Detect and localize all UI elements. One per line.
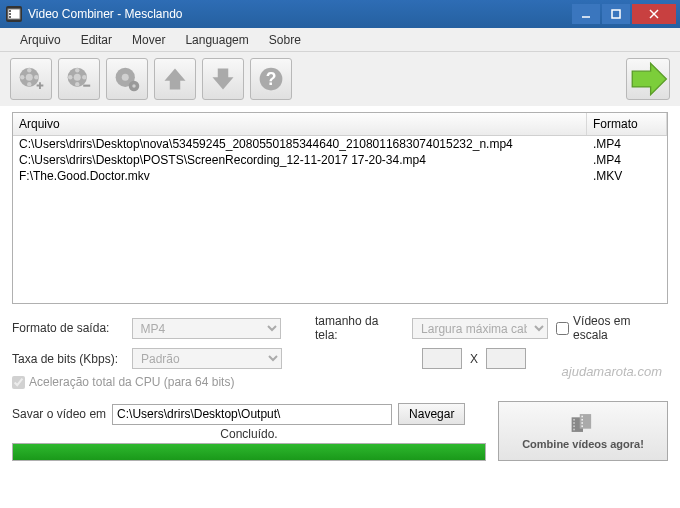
output-format-select[interactable]: MP4 <box>132 318 281 339</box>
film-gear-icon <box>113 65 141 93</box>
menu-sobre[interactable]: Sobre <box>259 30 311 50</box>
file-list[interactable]: Arquivo Formato C:\Users\drirs\Desktop\n… <box>12 112 668 304</box>
output-format-label: Formato de saída: <box>12 321 124 335</box>
menubar: Arquivo Editar Mover Languagem Sobre <box>0 28 680 52</box>
menu-arquivo[interactable]: Arquivo <box>10 30 71 50</box>
move-up-button[interactable] <box>154 58 196 100</box>
screen-size-label: tamanho da tela: <box>315 314 404 342</box>
watermark: ajudamarota.com <box>562 364 662 379</box>
film-remove-icon <box>65 65 93 93</box>
file-path: C:\Users\drirs\Desktop\POSTS\ScreenRecor… <box>13 152 587 168</box>
svg-rect-1 <box>9 10 11 12</box>
close-button[interactable] <box>632 4 676 24</box>
screen-size-select[interactable]: Largura máxima cabida <box>412 318 548 339</box>
menu-languagem[interactable]: Languagem <box>175 30 258 50</box>
file-list-header: Arquivo Formato <box>13 113 667 136</box>
progress-fill <box>13 444 485 460</box>
svg-rect-5 <box>612 10 620 18</box>
remove-file-button[interactable] <box>58 58 100 100</box>
titlebar: Video Combiner - Mesclando <box>0 0 680 28</box>
go-button[interactable] <box>626 58 670 100</box>
file-path: F:\The.Good.Doctor.mkv <box>13 168 587 184</box>
move-down-button[interactable] <box>202 58 244 100</box>
minimize-button[interactable] <box>572 4 600 24</box>
svg-point-9 <box>26 74 33 81</box>
list-item[interactable]: C:\Users\drirs\Desktop\nova\53459245_208… <box>13 136 667 152</box>
combine-button-label: Combine vídeos agora! <box>522 438 644 450</box>
svg-rect-2 <box>9 13 11 15</box>
bitrate-label: Taxa de bits (Kbps): <box>12 352 124 366</box>
svg-rect-20 <box>83 85 90 87</box>
svg-rect-30 <box>573 425 575 427</box>
film-combine-icon <box>570 412 596 434</box>
status-text: Concluído. <box>12 425 486 443</box>
file-format: .MP4 <box>587 152 667 168</box>
help-icon: ? <box>257 65 285 93</box>
add-file-button[interactable] <box>10 58 52 100</box>
svg-point-19 <box>68 75 72 79</box>
width-input[interactable] <box>422 348 462 369</box>
file-format: .MP4 <box>587 136 667 152</box>
film-add-icon <box>17 65 45 93</box>
height-input[interactable] <box>486 348 526 369</box>
file-format: .MKV <box>587 168 667 184</box>
column-header-format[interactable]: Formato <box>587 113 667 135</box>
menu-editar[interactable]: Editar <box>71 30 122 50</box>
svg-point-12 <box>27 82 31 86</box>
svg-rect-34 <box>581 419 583 421</box>
svg-rect-35 <box>581 422 583 424</box>
save-path-input[interactable] <box>112 404 392 425</box>
window-title: Video Combiner - Mesclando <box>28 7 570 21</box>
svg-point-10 <box>27 68 31 72</box>
combine-button[interactable]: Combine vídeos agora! <box>498 401 668 461</box>
scale-videos-checkbox[interactable] <box>556 322 569 335</box>
svg-rect-36 <box>581 425 583 427</box>
svg-point-24 <box>132 84 136 88</box>
bitrate-select[interactable]: Padrão <box>132 348 282 369</box>
list-item[interactable]: F:\The.Good.Doctor.mkv .MKV <box>13 168 667 184</box>
svg-point-15 <box>74 74 81 81</box>
svg-rect-29 <box>573 422 575 424</box>
svg-rect-28 <box>573 419 575 421</box>
menu-mover[interactable]: Mover <box>122 30 175 50</box>
svg-rect-3 <box>9 16 11 18</box>
svg-point-16 <box>75 68 79 72</box>
dimension-separator: X <box>470 352 478 366</box>
svg-rect-31 <box>573 429 575 431</box>
arrow-right-icon <box>627 58 669 100</box>
cpu-accel-label: Aceleração total da CPU (para 64 bits) <box>29 375 234 389</box>
svg-point-18 <box>75 82 79 86</box>
file-path: C:\Users\drirs\Desktop\nova\53459245_208… <box>13 136 587 152</box>
app-icon <box>6 6 22 22</box>
svg-point-11 <box>34 75 38 79</box>
list-item[interactable]: C:\Users\drirs\Desktop\POSTS\ScreenRecor… <box>13 152 667 168</box>
column-header-file[interactable]: Arquivo <box>13 113 587 135</box>
maximize-button[interactable] <box>602 4 630 24</box>
svg-point-17 <box>82 75 86 79</box>
svg-rect-33 <box>581 416 583 418</box>
svg-text:?: ? <box>266 69 277 89</box>
progress-bar <box>12 443 486 461</box>
arrow-down-icon <box>209 65 237 93</box>
settings-button[interactable] <box>106 58 148 100</box>
svg-point-22 <box>122 74 129 81</box>
toolbar: ? <box>0 52 680 106</box>
arrow-up-icon <box>161 65 189 93</box>
scale-videos-label: Vídeos em escala <box>573 314 668 342</box>
svg-point-13 <box>20 75 24 79</box>
help-button[interactable]: ? <box>250 58 292 100</box>
browse-button[interactable]: Navegar <box>398 403 465 425</box>
cpu-accel-checkbox[interactable] <box>12 376 25 389</box>
save-path-label: Savar o vídeo em <box>12 407 106 421</box>
